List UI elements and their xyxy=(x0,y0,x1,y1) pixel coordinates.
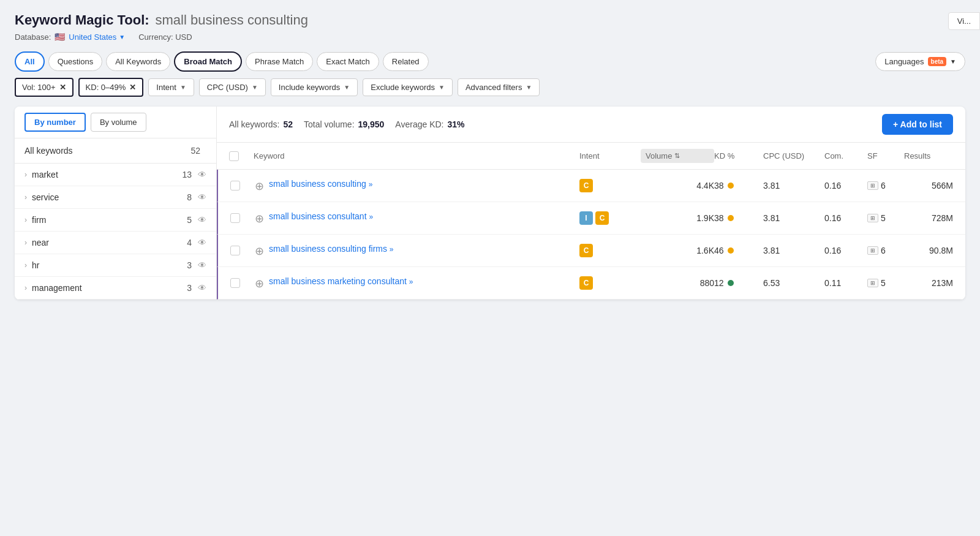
keyword-link[interactable]: small business consulting firms xyxy=(269,244,387,254)
cpc-cell: 3.81 xyxy=(763,213,824,223)
sf-value: 6 xyxy=(881,246,886,255)
com-cell: 0.11 xyxy=(824,278,867,288)
keyword-cell: ⊕ small business consulting » xyxy=(255,178,579,193)
intent-cell: C xyxy=(579,276,641,290)
sidebar-item-count: 3 xyxy=(187,283,192,293)
row-select-checkbox[interactable] xyxy=(230,213,240,223)
tab-exact-match[interactable]: Exact Match xyxy=(317,52,379,71)
tab-filter-row: All Questions All Keywords Broad Match P… xyxy=(15,51,965,72)
by-volume-button[interactable]: By volume xyxy=(91,113,146,132)
keyword-link[interactable]: small business marketing consultant xyxy=(269,276,407,286)
cpc-cell: 3.81 xyxy=(763,181,824,191)
tab-all-keywords[interactable]: All Keywords xyxy=(106,52,170,71)
sidebar-item-count: 13 xyxy=(182,170,192,179)
exclude-keywords-dropdown[interactable]: Exclude keywords ▼ xyxy=(363,78,453,96)
eye-icon[interactable]: 👁 xyxy=(198,238,206,247)
include-keywords-dropdown[interactable]: Include keywords ▼ xyxy=(271,78,358,96)
exclude-keywords-label: Exclude keywords xyxy=(371,83,435,92)
row-checkbox[interactable] xyxy=(230,246,255,255)
sf-icon: ⊞ xyxy=(867,246,878,255)
db-label: Database: xyxy=(15,32,51,42)
sf-icon: ⊞ xyxy=(867,181,878,190)
kd-chip-close[interactable]: ✕ xyxy=(129,83,136,92)
kd-chip[interactable]: KD: 0–49% ✕ xyxy=(78,78,144,97)
tab-broad-match[interactable]: Broad Match xyxy=(174,51,242,72)
all-keywords-count: 52 xyxy=(190,146,200,156)
total-volume-label: Total volume: xyxy=(304,119,354,129)
intent-dropdown[interactable]: Intent ▼ xyxy=(148,78,194,96)
sidebar-item[interactable]: › near 4 👁 xyxy=(15,232,216,254)
chevron-down-icon: ▼ xyxy=(344,84,350,91)
sf-value: 5 xyxy=(881,278,886,288)
col-sf-header: SF xyxy=(867,151,904,160)
sidebar-item[interactable]: › hr 3 👁 xyxy=(15,254,216,277)
row-checkbox[interactable] xyxy=(230,181,255,191)
avg-kd-value: 31% xyxy=(447,119,464,129)
by-number-button[interactable]: By number xyxy=(24,113,86,132)
tab-questions[interactable]: Questions xyxy=(48,52,103,71)
col-keyword-header: Keyword xyxy=(254,151,579,160)
chevron-down-icon: ▼ xyxy=(252,84,258,91)
add-keyword-icon[interactable]: ⊕ xyxy=(255,179,264,193)
sidebar-item[interactable]: › service 8 👁 xyxy=(15,186,216,209)
col-volume-header[interactable]: Volume ⇅ xyxy=(641,149,714,163)
volume-label: Volume xyxy=(646,151,672,160)
sf-cell: ⊞ 6 xyxy=(867,246,904,255)
keyword-cell: ⊕ small business consulting firms » xyxy=(255,243,579,258)
row-checkbox[interactable] xyxy=(230,278,255,288)
row-checkbox[interactable] xyxy=(230,213,255,223)
keyword-cell: ⊕ small business consultant » xyxy=(255,211,579,225)
keyword-link[interactable]: small business consulting xyxy=(269,179,366,189)
eye-icon[interactable]: 👁 xyxy=(198,170,206,179)
add-keyword-icon[interactable]: ⊕ xyxy=(255,244,264,258)
com-cell: 0.16 xyxy=(824,181,867,191)
country-link[interactable]: United States ▼ xyxy=(69,32,125,42)
advanced-filters-dropdown[interactable]: Advanced filters ▼ xyxy=(458,78,540,96)
vol-chip-label: Vol: 100+ xyxy=(22,83,56,92)
add-to-list-button[interactable]: + Add to list xyxy=(882,114,953,135)
add-keyword-icon[interactable]: ⊕ xyxy=(255,277,264,290)
kd-cell: 38 xyxy=(714,213,763,223)
keyword-arrows-icon: » xyxy=(369,213,373,221)
tab-phrase-match[interactable]: Phrase Match xyxy=(246,52,313,71)
keyword-arrows-icon: » xyxy=(409,277,413,286)
tab-all[interactable]: All xyxy=(15,51,45,72)
keyword-link[interactable]: small business consultant xyxy=(269,211,367,221)
add-keyword-icon[interactable]: ⊕ xyxy=(255,212,264,225)
chevron-right-icon: › xyxy=(24,193,27,202)
page-header: Keyword Magic Tool: small business consu… xyxy=(15,12,965,42)
tab-related[interactable]: Related xyxy=(383,52,429,71)
eye-icon[interactable]: 👁 xyxy=(198,192,206,202)
chevron-down-icon: ▼ xyxy=(526,84,532,91)
cpc-dropdown[interactable]: CPC (USD) ▼ xyxy=(199,78,266,96)
col-intent-header: Intent xyxy=(579,151,641,160)
sidebar-item[interactable]: › market 13 👁 xyxy=(15,164,216,186)
vol-chip-close[interactable]: ✕ xyxy=(59,83,66,92)
eye-icon[interactable]: 👁 xyxy=(198,215,206,225)
cpc-label: CPC (USD) xyxy=(207,83,248,92)
kd-value: 12 xyxy=(714,278,724,288)
intent-badge-c: C xyxy=(595,211,609,225)
sidebar-item-label: near xyxy=(32,238,187,247)
intent-badge-c: C xyxy=(579,179,593,192)
vol-chip[interactable]: Vol: 100+ ✕ xyxy=(15,78,74,97)
row-select-checkbox[interactable] xyxy=(230,181,240,191)
row-select-checkbox[interactable] xyxy=(230,278,240,288)
eye-icon[interactable]: 👁 xyxy=(198,260,206,270)
row-select-checkbox[interactable] xyxy=(230,246,240,255)
header-checkbox[interactable] xyxy=(229,151,254,161)
chevron-down-icon: ▼ xyxy=(119,34,125,40)
results-cell: 213M xyxy=(904,278,953,288)
languages-button[interactable]: Languages beta ▼ xyxy=(875,52,965,71)
sidebar-item[interactable]: › firm 5 👁 xyxy=(15,209,216,232)
sidebar-item-label: service xyxy=(32,192,187,202)
sidebar-item[interactable]: › management 3 👁 xyxy=(15,277,216,300)
select-all-checkbox[interactable] xyxy=(229,151,239,161)
eye-icon[interactable]: 👁 xyxy=(198,283,206,293)
all-keywords-label: All keywords xyxy=(24,146,190,156)
keyword-cell: ⊕ small business marketing consultant » xyxy=(255,276,579,290)
top-right-button[interactable]: Vi... xyxy=(948,12,980,30)
cpc-cell: 3.81 xyxy=(763,246,824,255)
sidebar: By number By volume All keywords 52 › ma… xyxy=(15,107,217,300)
results-cell: 90.8M xyxy=(904,246,953,255)
